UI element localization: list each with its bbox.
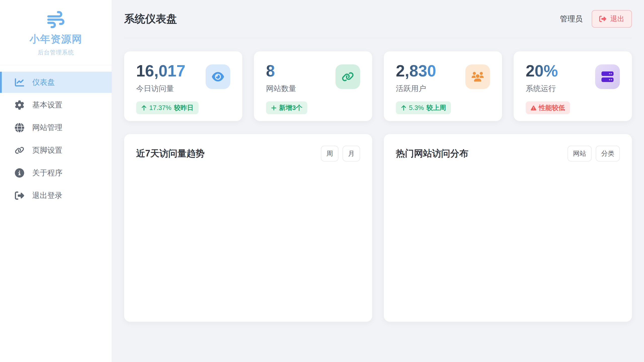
stat-icon-tile bbox=[595, 64, 620, 89]
toggle-month-button[interactable]: 月 bbox=[343, 146, 360, 162]
chart-card-visits-trend: 近7天访问量趋势 周 月 bbox=[124, 134, 372, 322]
trend-chart-canvas-area bbox=[136, 162, 360, 312]
stat-card-system-load: 20% 系统运行 性能较低 bbox=[514, 51, 632, 121]
stat-icon-tile bbox=[206, 64, 230, 89]
sidebar-item-label: 页脚设置 bbox=[32, 145, 62, 155]
stat-value: 16,017 bbox=[136, 63, 185, 79]
chart-header: 热门网站访问分布 网站 分类 bbox=[396, 146, 620, 162]
username: 管理员 bbox=[560, 14, 583, 24]
user-area: 管理员 退出 bbox=[560, 10, 632, 28]
sidebar-item-footer-settings[interactable]: 页脚设置 bbox=[0, 140, 112, 161]
plus-icon bbox=[271, 105, 277, 111]
sidebar-item-logout[interactable]: 退出登录 bbox=[0, 185, 112, 206]
chart-card-hot-sites: 热门网站访问分布 网站 分类 bbox=[384, 134, 632, 322]
trend-value: 17.37% bbox=[149, 104, 171, 112]
trend-badge: 新增3个 bbox=[266, 101, 307, 114]
info-circle-icon bbox=[15, 168, 24, 178]
sidebar-item-label: 基本设置 bbox=[32, 100, 62, 110]
stat-value: 20% bbox=[526, 63, 558, 79]
sidebar-item-site-management[interactable]: 网站管理 bbox=[0, 117, 112, 138]
sidebar-nav: 仪表盘 基本设置 网站管理 页脚设置 关于程序 退出登录 bbox=[0, 65, 112, 206]
warning-suffix: 性能较低 bbox=[539, 104, 565, 112]
stat-value: 2,830 bbox=[396, 63, 436, 79]
chart-cards-row: 近7天访问量趋势 周 月 热门网站访问分布 网站 分类 bbox=[124, 134, 632, 322]
sidebar-item-label: 关于程序 bbox=[32, 168, 62, 178]
toggle-week-button[interactable]: 周 bbox=[321, 146, 338, 162]
link-icon bbox=[342, 71, 354, 83]
stat-card-site-count: 8 网站数量 新增3个 bbox=[254, 51, 372, 121]
chart-toggle-group: 周 月 bbox=[321, 146, 360, 162]
wind-logo-icon bbox=[46, 11, 66, 28]
stat-card-active-users: 2,830 活跃用户 5.3% 较上周 bbox=[384, 51, 502, 121]
sidebar-item-label: 退出登录 bbox=[32, 190, 62, 201]
stat-icon-tile bbox=[335, 64, 360, 89]
globe-icon bbox=[15, 123, 24, 132]
stat-value: 8 bbox=[266, 63, 275, 79]
users-icon bbox=[472, 71, 484, 83]
logout-button[interactable]: 退出 bbox=[592, 10, 632, 28]
trend-suffix: 较昨日 bbox=[174, 104, 194, 112]
chart-title: 近7天访问量趋势 bbox=[136, 147, 205, 160]
distribution-chart-canvas-area bbox=[396, 162, 620, 312]
sidebar: 小年资源网 后台管理系统 仪表盘 基本设置 网站管理 页脚设置 关于程序 退出登… bbox=[0, 0, 112, 362]
link-icon bbox=[15, 146, 24, 155]
chart-line-icon bbox=[15, 78, 24, 87]
chart-toggle-group: 网站 分类 bbox=[567, 146, 620, 162]
trend-value: 5.3% bbox=[409, 104, 424, 112]
sign-out-icon bbox=[15, 191, 24, 200]
chart-header: 近7天访问量趋势 周 月 bbox=[136, 146, 360, 162]
site-subtitle: 后台管理系统 bbox=[0, 49, 112, 56]
gear-icon bbox=[15, 100, 24, 110]
topbar: 系统仪表盘 管理员 退出 bbox=[124, 0, 632, 38]
sidebar-item-label: 网站管理 bbox=[32, 123, 62, 133]
logo: 小年资源网 后台管理系统 bbox=[0, 0, 112, 65]
trend-suffix: 新增3个 bbox=[279, 104, 302, 112]
sidebar-item-basic-settings[interactable]: 基本设置 bbox=[0, 94, 112, 115]
arrow-up-icon bbox=[401, 105, 406, 111]
trend-badge: 17.37% 较昨日 bbox=[136, 101, 199, 114]
warning-icon bbox=[531, 105, 536, 111]
site-title: 小年资源网 bbox=[0, 32, 112, 46]
trend-suffix: 较上周 bbox=[426, 104, 446, 112]
stat-card-visits-today: 16,017 今日访问量 17.37% 较昨日 bbox=[124, 51, 242, 121]
main-content: 系统仪表盘 管理员 退出 16,017 今日访问量 17.37% 较昨日 8 网 bbox=[112, 0, 644, 362]
chart-title: 热门网站访问分布 bbox=[396, 147, 468, 160]
sidebar-item-label: 仪表盘 bbox=[32, 77, 55, 88]
arrow-up-icon bbox=[141, 105, 147, 111]
server-icon bbox=[601, 71, 614, 83]
eye-icon bbox=[212, 71, 224, 83]
sidebar-item-dashboard[interactable]: 仪表盘 bbox=[0, 72, 112, 93]
sign-out-icon bbox=[599, 15, 606, 22]
trend-badge: 5.3% 较上周 bbox=[396, 101, 451, 114]
stat-cards-row: 16,017 今日访问量 17.37% 较昨日 8 网站数量 新增3个 bbox=[124, 51, 632, 121]
page-title: 系统仪表盘 bbox=[124, 12, 177, 26]
sidebar-item-about[interactable]: 关于程序 bbox=[0, 162, 112, 183]
toggle-category-button[interactable]: 分类 bbox=[596, 146, 620, 162]
toggle-sites-button[interactable]: 网站 bbox=[567, 146, 592, 162]
logout-label: 退出 bbox=[610, 14, 624, 24]
stat-icon-tile bbox=[465, 64, 490, 89]
warning-badge: 性能较低 bbox=[526, 101, 570, 114]
